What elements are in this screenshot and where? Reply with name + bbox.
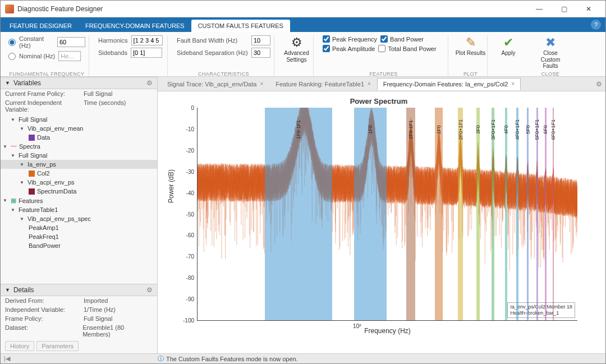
sidebands-label: Sidebands	[98, 49, 127, 56]
peak-freq-check[interactable]: Peak Frequency	[323, 35, 377, 43]
tree-spectra-fullsignal[interactable]: ▼Full Signal	[1, 151, 157, 160]
apply-button[interactable]: ✔Apply	[492, 35, 525, 58]
constant-input[interactable]	[57, 37, 85, 47]
tabs-gear-icon[interactable]: ⚙	[596, 80, 602, 88]
content: Signal Trace: Vib_acpi_env/Data× Feature…	[158, 77, 605, 353]
help-icon[interactable]: ?	[591, 20, 601, 30]
tree-featuretable1[interactable]: ▼FeatureTable1	[1, 205, 157, 214]
spectrum-icon: 〰	[11, 143, 17, 150]
close-button[interactable]: ✕	[576, 1, 601, 17]
chart-axes[interactable]: Power (dB) Frequency (Hz) Ia_env_ps/Col2…	[197, 108, 577, 321]
sbs-label: Sideband Separation (Hz)	[177, 49, 248, 56]
tree-vib-ps-spec[interactable]: ▼Vib_acpi_env_ps_spec	[1, 214, 157, 223]
harmonics-input[interactable]	[131, 35, 163, 45]
tab-freq-domain[interactable]: FREQUENCY-DOMAIN FEATURES	[79, 20, 191, 32]
harmonics-label: Harmonics	[98, 37, 128, 44]
status-text: The Custom Faults Features mode is now o…	[166, 356, 298, 362]
doctab-signal-trace[interactable]: Signal Trace: Vib_acpi_env/Data×	[161, 78, 269, 90]
ribbon: Constant (Hz) Nominal (Hz) FUNDAMENTAL F…	[1, 32, 605, 77]
close-icon[interactable]: ×	[260, 81, 263, 87]
tree-bandpower[interactable]: BandPower	[1, 241, 157, 250]
group-close: CLOSE	[529, 71, 572, 77]
close-icon[interactable]: ×	[368, 81, 371, 87]
tree-vib-env-ps[interactable]: ▼Vib_acpi_env_ps	[1, 178, 157, 187]
tree-data[interactable]: Data	[1, 133, 157, 142]
tree-ia-env-ps[interactable]: ▼Ia_env_ps	[1, 160, 157, 169]
group-characteristics: CHARACTERISTICS	[173, 71, 274, 77]
sidebar: ▼Variables⚙ Current Frame Policy:Full Si…	[1, 77, 158, 353]
minimize-button[interactable]: —	[527, 1, 552, 17]
group-features: FEATURES	[319, 71, 448, 77]
gear-icon[interactable]: ⚙	[146, 286, 153, 294]
window-title: Diagnostic Feature Designer	[17, 5, 527, 13]
nominal-radio[interactable]	[8, 53, 16, 60]
nominal-input[interactable]	[58, 51, 81, 61]
document-tabs: Signal Trace: Vib_acpi_env/Data× Feature…	[158, 77, 605, 91]
details-frame-row: Frame Policy:Full Signal	[1, 314, 157, 323]
nominal-label: Nominal (Hz)	[19, 53, 55, 59]
constant-radio[interactable]	[8, 39, 16, 46]
group-fundamental: FUNDAMENTAL FREQUENCY	[5, 71, 89, 77]
variable-tree[interactable]: ▼Full Signal ▼Vib_acpi_env_mean Data ▼〰S…	[1, 114, 157, 284]
tree-full-signal[interactable]: ▼Full Signal	[1, 115, 157, 124]
close-faults-button[interactable]: ✖Close Custom Faults	[534, 35, 567, 71]
indep-var-row: Current Independent Variable:Time (secon…	[1, 98, 157, 114]
sbs-input[interactable]	[251, 48, 270, 58]
doctab-feature-ranking[interactable]: Feature Ranking: FeatureTable1×	[269, 78, 377, 90]
tree-peakfreq1[interactable]: PeakFreq1	[1, 232, 157, 241]
statusbar: |◀ ⓘ The Custom Faults Features mode is …	[1, 353, 605, 363]
tree-peakamp1[interactable]: PeakAmp1	[1, 223, 157, 232]
doctab-freq-features[interactable]: Frequency-Domain Features: Ia_env_ps/Col…	[377, 78, 521, 90]
gear-icon: ⚙	[291, 36, 302, 49]
band-power-check[interactable]: Band Power	[380, 35, 424, 43]
gear-icon[interactable]: ⚙	[146, 79, 153, 87]
sidebands-input[interactable]	[131, 48, 162, 58]
plot-results-button[interactable]: ✎Plot Results	[454, 35, 487, 58]
tab-feature-designer[interactable]: FEATURE DESIGNER	[3, 20, 79, 32]
swatch-icon	[29, 135, 35, 141]
tree-vib-mean[interactable]: ▼Vib_acpi_env_mean	[1, 124, 157, 133]
maximize-button[interactable]: ▢	[552, 1, 576, 17]
tree-col2[interactable]: Col2	[1, 169, 157, 178]
peak-amp-check[interactable]: Peak Amplitude	[323, 45, 375, 52]
parameters-button[interactable]: Parameters	[36, 341, 79, 351]
details-header[interactable]: ▼Details⚙	[1, 284, 157, 296]
matlab-icon	[5, 4, 14, 13]
chart-title: Power Spectrum	[163, 97, 594, 105]
titlebar: Diagnostic Feature Designer — ▢ ✕	[1, 1, 605, 17]
close-x-icon: ✖	[545, 36, 556, 49]
tree-spectra[interactable]: ▼〰Spectra	[1, 142, 157, 151]
fbw-input[interactable]	[251, 35, 270, 45]
check-icon: ✔	[503, 36, 513, 49]
info-icon: ⓘ	[158, 354, 164, 363]
spectrum-canvas	[198, 108, 577, 320]
group-plot: PLOT	[454, 71, 487, 77]
details-dataset-row: Dataset:Ensemble1 (80 Members)	[1, 323, 157, 339]
details-indep-row: Independent Variable:1/Time (Hz)	[1, 305, 157, 314]
wand-icon: ✎	[466, 36, 476, 49]
fbw-label: Fault Band Width (Hz)	[177, 37, 248, 44]
variables-header[interactable]: ▼Variables⚙	[1, 77, 157, 89]
table-icon: ▦	[11, 197, 16, 204]
main: ▼Variables⚙ Current Frame Policy:Full Si…	[1, 77, 605, 353]
history-button[interactable]: History	[5, 341, 34, 351]
tree-features[interactable]: ▼▦Features	[1, 196, 157, 205]
plot-area[interactable]: Power Spectrum Power (dB) Frequency (Hz)…	[158, 91, 605, 353]
constant-label: Constant (Hz)	[19, 35, 54, 49]
close-icon[interactable]: ×	[511, 81, 515, 87]
y-axis-label: Power (dB)	[167, 169, 175, 202]
tree-spectrumdata[interactable]: SpectrumData	[1, 187, 157, 196]
frame-policy-row: Current Frame Policy:Full Signal	[1, 89, 157, 98]
swatch-icon	[29, 188, 35, 195]
advanced-settings-button[interactable]: ⚙Advanced Settings	[281, 35, 313, 64]
swatch-icon	[29, 171, 35, 177]
tab-custom-faults[interactable]: CUSTOM FAULTS FEATURES	[191, 20, 290, 32]
derived-row: Derived From:Imported	[1, 296, 157, 305]
x-axis-label: Frequency (Hz)	[364, 327, 411, 335]
total-band-power-check[interactable]: Total Band Power	[378, 45, 436, 52]
ribbon-tabstrip: FEATURE DESIGNER FREQUENCY-DOMAIN FEATUR…	[1, 17, 605, 32]
statusbar-left: |◀	[1, 355, 158, 362]
